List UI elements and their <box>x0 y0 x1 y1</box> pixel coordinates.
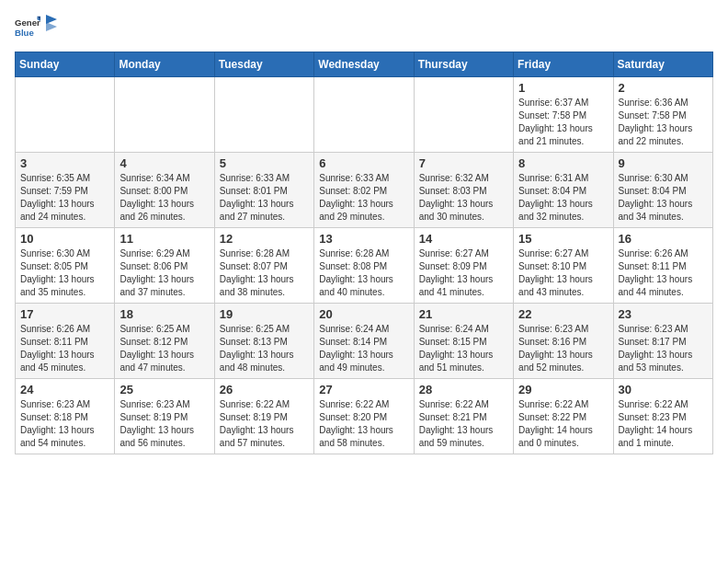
logo: General Blue <box>15 15 59 40</box>
day-info: Sunrise: 6:22 AM Sunset: 8:22 PM Dayligh… <box>518 398 608 450</box>
day-info: Sunrise: 6:25 AM Sunset: 8:12 PM Dayligh… <box>119 323 209 374</box>
day-number: 14 <box>419 232 508 246</box>
calendar-cell: 27Sunrise: 6:22 AM Sunset: 8:20 PM Dayli… <box>314 379 414 454</box>
calendar-cell: 18Sunrise: 6:25 AM Sunset: 8:12 PM Dayli… <box>115 304 214 379</box>
calendar-cell: 16Sunrise: 6:26 AM Sunset: 8:11 PM Dayli… <box>613 228 712 304</box>
calendar-week-row: 3Sunrise: 6:35 AM Sunset: 7:59 PM Daylig… <box>16 153 713 228</box>
day-number: 25 <box>119 383 209 396</box>
day-info: Sunrise: 6:31 AM Sunset: 8:04 PM Dayligh… <box>518 172 608 224</box>
header: General Blue <box>15 15 713 40</box>
day-number: 13 <box>319 232 408 246</box>
calendar-cell <box>115 77 214 153</box>
calendar-cell <box>214 77 313 153</box>
flag-icon <box>44 15 59 33</box>
calendar-cell: 22Sunrise: 6:23 AM Sunset: 8:16 PM Dayli… <box>514 304 613 379</box>
calendar-cell <box>314 77 414 153</box>
weekday-header-wednesday: Wednesday <box>314 52 414 77</box>
day-info: Sunrise: 6:34 AM Sunset: 8:00 PM Dayligh… <box>119 172 209 224</box>
svg-marker-4 <box>46 15 57 24</box>
day-info: Sunrise: 6:30 AM Sunset: 8:05 PM Dayligh… <box>20 247 109 299</box>
day-number: 20 <box>319 307 408 321</box>
calendar-cell: 15Sunrise: 6:27 AM Sunset: 8:10 PM Dayli… <box>514 228 613 304</box>
day-number: 21 <box>419 307 508 321</box>
day-info: Sunrise: 6:32 AM Sunset: 8:03 PM Dayligh… <box>419 172 508 224</box>
calendar-cell: 5Sunrise: 6:33 AM Sunset: 8:01 PM Daylig… <box>214 153 313 228</box>
svg-text:Blue: Blue <box>15 28 34 38</box>
day-number: 23 <box>619 307 708 321</box>
day-info: Sunrise: 6:37 AM Sunset: 7:58 PM Dayligh… <box>518 97 608 148</box>
calendar-cell: 6Sunrise: 6:33 AM Sunset: 8:02 PM Daylig… <box>314 153 414 228</box>
day-info: Sunrise: 6:22 AM Sunset: 8:23 PM Dayligh… <box>619 398 708 450</box>
day-number: 30 <box>619 383 708 396</box>
weekday-header-saturday: Saturday <box>613 52 712 77</box>
calendar-cell: 4Sunrise: 6:34 AM Sunset: 8:00 PM Daylig… <box>115 153 214 228</box>
calendar-cell: 9Sunrise: 6:30 AM Sunset: 8:04 PM Daylig… <box>613 153 712 228</box>
day-info: Sunrise: 6:26 AM Sunset: 8:11 PM Dayligh… <box>619 247 708 299</box>
day-number: 9 <box>619 156 708 170</box>
day-info: Sunrise: 6:22 AM Sunset: 8:19 PM Dayligh… <box>220 398 309 450</box>
day-number: 8 <box>518 156 608 170</box>
calendar-cell: 23Sunrise: 6:23 AM Sunset: 8:17 PM Dayli… <box>613 304 712 379</box>
day-number: 1 <box>518 81 608 95</box>
day-info: Sunrise: 6:22 AM Sunset: 8:21 PM Dayligh… <box>419 398 508 450</box>
day-number: 4 <box>119 156 209 170</box>
calendar-week-row: 24Sunrise: 6:23 AM Sunset: 8:18 PM Dayli… <box>16 379 713 454</box>
calendar-header-row: SundayMondayTuesdayWednesdayThursdayFrid… <box>16 52 713 77</box>
day-number: 29 <box>518 383 608 396</box>
svg-text:General: General <box>15 17 40 28</box>
day-info: Sunrise: 6:26 AM Sunset: 8:11 PM Dayligh… <box>20 323 109 374</box>
day-number: 19 <box>220 307 309 321</box>
calendar-cell: 13Sunrise: 6:28 AM Sunset: 8:08 PM Dayli… <box>314 228 414 304</box>
day-number: 26 <box>220 383 309 396</box>
day-number: 24 <box>20 383 109 396</box>
day-number: 16 <box>619 232 708 246</box>
day-info: Sunrise: 6:27 AM Sunset: 8:09 PM Dayligh… <box>419 247 508 299</box>
weekday-header-thursday: Thursday <box>414 52 513 77</box>
day-number: 12 <box>220 232 309 246</box>
calendar-cell <box>16 77 115 153</box>
weekday-header-tuesday: Tuesday <box>214 52 313 77</box>
day-number: 2 <box>619 81 708 95</box>
calendar-table: SundayMondayTuesdayWednesdayThursdayFrid… <box>15 52 713 454</box>
calendar-cell: 24Sunrise: 6:23 AM Sunset: 8:18 PM Dayli… <box>16 379 115 454</box>
weekday-header-sunday: Sunday <box>16 52 115 77</box>
day-info: Sunrise: 6:36 AM Sunset: 7:58 PM Dayligh… <box>619 97 708 148</box>
calendar-cell: 30Sunrise: 6:22 AM Sunset: 8:23 PM Dayli… <box>613 379 712 454</box>
day-info: Sunrise: 6:27 AM Sunset: 8:10 PM Dayligh… <box>518 247 608 299</box>
day-number: 27 <box>319 383 408 396</box>
calendar-cell: 2Sunrise: 6:36 AM Sunset: 7:58 PM Daylig… <box>613 77 712 153</box>
day-number: 5 <box>220 156 309 170</box>
day-info: Sunrise: 6:33 AM Sunset: 8:01 PM Dayligh… <box>220 172 309 224</box>
day-info: Sunrise: 6:24 AM Sunset: 8:15 PM Dayligh… <box>419 323 508 374</box>
calendar-cell: 8Sunrise: 6:31 AM Sunset: 8:04 PM Daylig… <box>514 153 613 228</box>
day-number: 28 <box>419 383 508 396</box>
day-info: Sunrise: 6:25 AM Sunset: 8:13 PM Dayligh… <box>220 323 309 374</box>
day-info: Sunrise: 6:22 AM Sunset: 8:20 PM Dayligh… <box>319 398 408 450</box>
calendar-cell: 28Sunrise: 6:22 AM Sunset: 8:21 PM Dayli… <box>414 379 513 454</box>
weekday-header-monday: Monday <box>115 52 214 77</box>
day-number: 7 <box>419 156 508 170</box>
day-info: Sunrise: 6:28 AM Sunset: 8:08 PM Dayligh… <box>319 247 408 299</box>
svg-marker-5 <box>46 22 57 31</box>
calendar-cell: 3Sunrise: 6:35 AM Sunset: 7:59 PM Daylig… <box>16 153 115 228</box>
day-info: Sunrise: 6:28 AM Sunset: 8:07 PM Dayligh… <box>220 247 309 299</box>
weekday-header-friday: Friday <box>514 52 613 77</box>
day-info: Sunrise: 6:23 AM Sunset: 8:18 PM Dayligh… <box>20 398 109 450</box>
generalblue-logo-icon: General Blue <box>15 15 40 40</box>
day-info: Sunrise: 6:33 AM Sunset: 8:02 PM Dayligh… <box>319 172 408 224</box>
calendar-cell: 1Sunrise: 6:37 AM Sunset: 7:58 PM Daylig… <box>514 77 613 153</box>
calendar-cell: 21Sunrise: 6:24 AM Sunset: 8:15 PM Dayli… <box>414 304 513 379</box>
day-number: 6 <box>319 156 408 170</box>
day-info: Sunrise: 6:23 AM Sunset: 8:17 PM Dayligh… <box>619 323 708 374</box>
calendar-week-row: 10Sunrise: 6:30 AM Sunset: 8:05 PM Dayli… <box>16 228 713 304</box>
day-info: Sunrise: 6:23 AM Sunset: 8:19 PM Dayligh… <box>119 398 209 450</box>
day-number: 10 <box>20 232 109 246</box>
calendar-cell: 19Sunrise: 6:25 AM Sunset: 8:13 PM Dayli… <box>214 304 313 379</box>
day-number: 22 <box>518 307 608 321</box>
calendar-cell: 11Sunrise: 6:29 AM Sunset: 8:06 PM Dayli… <box>115 228 214 304</box>
day-info: Sunrise: 6:35 AM Sunset: 7:59 PM Dayligh… <box>20 172 109 224</box>
day-number: 17 <box>20 307 109 321</box>
day-info: Sunrise: 6:23 AM Sunset: 8:16 PM Dayligh… <box>518 323 608 374</box>
calendar-cell: 10Sunrise: 6:30 AM Sunset: 8:05 PM Dayli… <box>16 228 115 304</box>
calendar-cell: 29Sunrise: 6:22 AM Sunset: 8:22 PM Dayli… <box>514 379 613 454</box>
